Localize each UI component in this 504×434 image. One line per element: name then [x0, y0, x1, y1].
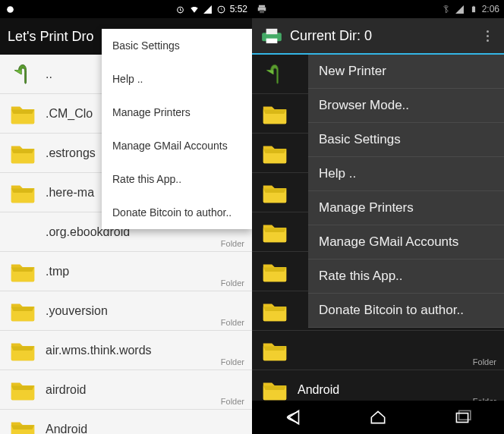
menu-item[interactable]: Basic Settings: [308, 123, 504, 157]
bluetooth-icon: [441, 4, 452, 14]
file-row[interactable]: .youversionFolder: [0, 291, 252, 331]
svg-rect-6: [472, 7, 475, 13]
menu-item[interactable]: Rate this App..: [308, 259, 504, 294]
menu-item[interactable]: Manage GMail Accounts: [102, 129, 252, 162]
overflow-menu: New PrinterBrowser Mode..Basic SettingsH…: [308, 55, 504, 328]
file-name: .here-ma: [46, 186, 94, 200]
file-name: .tmp: [46, 265, 69, 278]
file-name: Android: [46, 423, 87, 435]
folder-icon: [260, 99, 290, 129]
up-arrow-icon: [260, 59, 290, 90]
up-arrow-icon: [8, 59, 38, 90]
folder-icon: [8, 217, 38, 247]
file-type-label: Folder: [221, 278, 244, 288]
svg-point-0: [7, 6, 14, 13]
svg-rect-9: [266, 29, 278, 34]
phone-screenshot-left: 5:52 Let's Print Dro ...CM_Clo.estrongs.…: [0, 0, 252, 434]
folder-icon: [8, 178, 38, 208]
overflow-button[interactable]: [478, 30, 496, 42]
folder-icon: [8, 414, 38, 435]
file-name: .CM_Clo: [46, 107, 93, 121]
clock-text: 5:52: [230, 4, 247, 14]
file-row[interactable]: AndroidFolder: [0, 410, 252, 434]
menu-item[interactable]: Help ..: [102, 62, 252, 96]
file-name: airdroid: [46, 383, 86, 397]
menu-item[interactable]: Donate Bitcoin to author..: [102, 196, 252, 229]
file-row[interactable]: airdroidFolder: [0, 370, 252, 410]
file-name: .youversion: [46, 304, 108, 318]
folder-icon: [260, 138, 290, 168]
svg-rect-10: [266, 39, 278, 43]
menu-item[interactable]: Donate Bitcoin to author..: [308, 294, 504, 328]
signal-icon: [455, 4, 465, 14]
folder-icon: [260, 296, 290, 326]
menu-item[interactable]: Browser Mode..: [308, 89, 504, 123]
alarm-icon: [175, 4, 186, 14]
status-bar: 5:52: [0, 0, 252, 18]
menu-item[interactable]: New Printer: [308, 55, 504, 89]
menu-item[interactable]: Basic Settings: [102, 29, 252, 62]
menu-item[interactable]: Rate this App..: [102, 162, 252, 196]
clock-text: 2:06: [482, 4, 499, 14]
phone-screenshot-right: 2:06 Current Dir: 0 FolderAndroidFolderA…: [252, 0, 504, 434]
svg-rect-11: [456, 414, 468, 423]
sync-icon: [216, 4, 227, 14]
folder-icon: [8, 335, 38, 366]
folder-icon: [8, 256, 38, 287]
home-button[interactable]: [367, 407, 389, 428]
folder-icon: [8, 375, 38, 405]
file-type-label: Folder: [473, 357, 496, 366]
file-row[interactable]: Folder: [252, 331, 504, 370]
overflow-menu: Basic SettingsHelp ..Manage PrintersMana…: [102, 29, 252, 229]
back-button[interactable]: [283, 407, 304, 428]
status-bar: 2:06: [252, 0, 504, 18]
svg-rect-5: [260, 10, 264, 13]
menu-item[interactable]: Manage GMail Accounts: [308, 225, 504, 259]
folder-icon: [260, 256, 290, 287]
recents-button[interactable]: [452, 407, 473, 428]
menu-item[interactable]: Manage Printers: [308, 191, 504, 225]
file-type-label: Folder: [221, 318, 244, 327]
file-row[interactable]: air.wms.think.wordsFolder: [0, 331, 252, 370]
printer-icon: [260, 27, 284, 45]
notification-icon: [5, 4, 15, 14]
wifi-icon: [189, 4, 200, 14]
app-title: Let's Print Dro: [8, 29, 93, 45]
file-name: .estrongs: [46, 146, 96, 160]
battery-icon: [468, 4, 479, 14]
file-type-label: Folder: [221, 357, 244, 366]
file-name: Android: [298, 383, 339, 397]
folder-icon: [8, 296, 38, 326]
folder-icon: [260, 335, 290, 366]
file-row[interactable]: .tmpFolder: [0, 252, 252, 291]
folder-icon: [8, 99, 38, 129]
signal-icon: [203, 4, 213, 14]
svg-rect-12: [458, 410, 470, 420]
folder-icon: [260, 178, 290, 208]
folder-icon: [8, 138, 38, 168]
navigation-bar: [252, 401, 504, 434]
app-title: Current Dir: 0: [290, 28, 372, 44]
svg-rect-3: [259, 5, 265, 8]
action-bar: Current Dir: 0: [252, 18, 504, 55]
svg-rect-7: [473, 6, 474, 7]
print-icon: [257, 4, 267, 14]
file-type-label: Folder: [221, 397, 244, 406]
folder-icon: [260, 217, 290, 247]
file-name: air.wms.think.words: [46, 344, 152, 357]
file-type-label: Folder: [221, 239, 244, 248]
file-name: ..: [46, 68, 52, 81]
menu-item[interactable]: Help ..: [308, 157, 504, 191]
menu-item[interactable]: Manage Printers: [102, 96, 252, 129]
